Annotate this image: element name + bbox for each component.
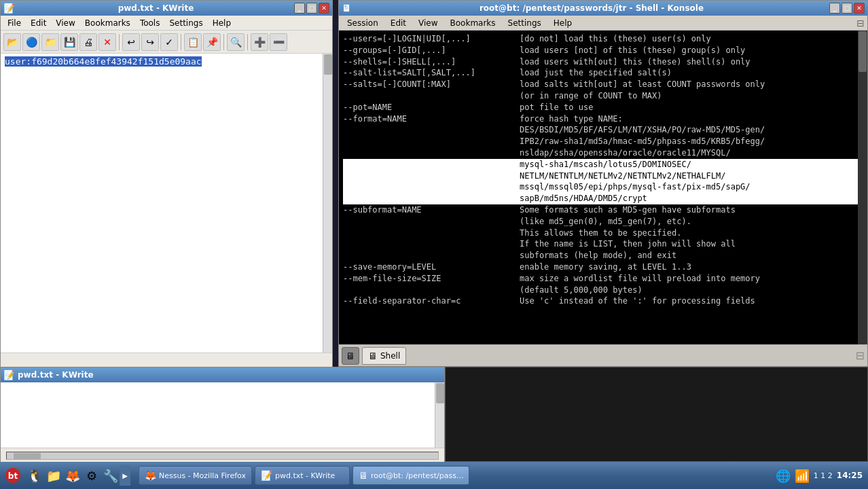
app-icon-firefox[interactable]: 🦊 xyxy=(64,467,82,484)
kwrite-hscroll[interactable] xyxy=(6,452,439,460)
konsole-vscroll-thumb[interactable] xyxy=(858,31,867,72)
clock: 14:25 xyxy=(837,471,863,480)
open-button[interactable]: 📂 xyxy=(3,33,21,51)
save-button[interactable]: 💾 xyxy=(60,33,78,51)
kwrite-menu-view[interactable]: View xyxy=(52,17,79,29)
konsole-title: root@bt: /pentest/passwords/jtr - Shell … xyxy=(354,3,829,13)
taskbar-arrow[interactable]: ▶ xyxy=(120,465,130,486)
kwrite-bottom-titlebar: 📝 pwd.txt - KWrite xyxy=(1,367,444,382)
kwrite-bottom-editor[interactable] xyxy=(1,382,444,448)
toolbar-separator-4 xyxy=(247,34,248,50)
close-doc-button[interactable]: ✕ xyxy=(98,33,116,51)
konsole-maximize-button[interactable]: □ xyxy=(842,3,852,14)
terminal-col2: sapB/md5ns/HDAA/DMD5/crypt xyxy=(520,194,647,203)
terminal-col2: (default 5,000,000 bytes) xyxy=(520,285,643,295)
shell-tab[interactable]: 🖥 Shell xyxy=(362,347,406,365)
task-konsole[interactable]: 🖥 root@bt: /pentest/pass... xyxy=(352,466,470,485)
app-icon-penguin[interactable]: 🐧 xyxy=(26,467,43,484)
konsole-menu-icon[interactable]: ⊟ xyxy=(856,18,865,29)
terminal-col2: This allows them to be specified. xyxy=(520,228,681,238)
terminal-col1: --salts=[-]COUNT[:MAX] xyxy=(343,79,520,90)
folder-button[interactable]: 📁 xyxy=(41,33,59,51)
redo-button[interactable]: ↪ xyxy=(141,33,159,51)
terminal-line: --salts=[-]COUNT[:MAX]load salts with[ou… xyxy=(343,79,863,90)
konsole-menu-settings[interactable]: Settings xyxy=(503,17,547,29)
konsole-close-button[interactable]: ✕ xyxy=(854,3,865,14)
terminal-col1: --users=[-]LOGIN|UID[,...] xyxy=(343,33,520,45)
konsole-menu-edit[interactable]: Edit xyxy=(385,17,412,29)
konsole-corner-icon[interactable]: ⊟ xyxy=(856,349,865,362)
terminal-col1: --subformat=NAME xyxy=(343,204,520,216)
shell-tab-icon: 🖥 xyxy=(368,350,378,361)
terminal-col1: --field-separator-char=c xyxy=(343,295,520,307)
terminal-col2: load users [not] of this (these) group(s… xyxy=(520,46,745,55)
terminal-line: nsldap/ssha/openssha/oracle/oracle11/MYS… xyxy=(343,147,863,159)
task-firefox[interactable]: 🦊 Nessus - Mozilla Firefox xyxy=(139,466,252,485)
terminal-col2: subformats (help mode), and exit xyxy=(520,251,676,260)
kwrite-menu-file[interactable]: File xyxy=(3,17,25,29)
kwrite-bottom: 📝 pwd.txt - KWrite xyxy=(0,367,445,462)
kwrite-maximize-button[interactable]: □ xyxy=(306,3,317,14)
task-kwrite[interactable]: 📝 pwd.txt - KWrite xyxy=(255,466,350,485)
terminal-col1: --pot=NAME xyxy=(343,102,520,113)
terminal-line: --format=NAMEforce hash type NAME: xyxy=(343,113,863,125)
add-button[interactable]: ➕ xyxy=(251,33,268,51)
kwrite-bottom-scroll-thumb[interactable] xyxy=(436,383,444,403)
terminal-line: sapB/md5ns/HDAA/DMD5/crypt xyxy=(343,193,863,204)
konsole-terminal[interactable]: --users=[-]LOGIN|UID[,...][do not] load … xyxy=(339,31,867,344)
kwrite-content[interactable]: user:f69d20b664e8fef43942f151d5e09aac xyxy=(1,54,332,352)
kwrite-hscroll-thumb[interactable] xyxy=(14,453,41,460)
app-icon-extra[interactable]: 🔧 xyxy=(102,467,120,484)
terminal-line: --field-separator-char=cUse 'c' instead … xyxy=(343,295,863,307)
terminal-line: If the name is LIST, then john will show… xyxy=(343,238,863,250)
print-button[interactable]: 🖨 xyxy=(79,33,97,51)
kwrite-menu-edit[interactable]: Edit xyxy=(26,17,50,29)
taskbar: bt 🐧 📁 🦊 ⚙️ 🔧 ▶ 🦊 Nessus - Mozilla Firef… xyxy=(0,462,868,489)
search-button[interactable]: 🔍 xyxy=(227,33,245,51)
kwrite-vscroll[interactable] xyxy=(323,54,332,352)
terminal-line: --shells=[-]SHELL[,...]load users with[o… xyxy=(343,56,863,68)
start-button[interactable]: bt xyxy=(3,465,23,486)
taskbar-apps: 🐧 📁 🦊 ⚙️ 🔧 xyxy=(26,467,120,484)
kwrite-menu-tools[interactable]: Tools xyxy=(136,17,164,29)
terminal-col2: IPB2/raw-sha1/md5a/hmac-md5/phpass-md5/K… xyxy=(520,137,765,146)
paste-button[interactable]: 📌 xyxy=(203,33,221,51)
remove-button[interactable]: ➖ xyxy=(270,33,287,51)
new-tab-button[interactable]: 🖥 xyxy=(342,347,359,365)
keyboard-layout-icon: 🌐 xyxy=(776,469,791,483)
kwrite-minimize-button[interactable]: _ xyxy=(294,3,305,14)
konsole-menu-view[interactable]: View xyxy=(413,17,443,29)
konsole-menubar: Session Edit View Bookmarks Settings Hel… xyxy=(339,16,867,31)
kwrite-menu-help[interactable]: Help xyxy=(209,17,235,29)
task-konsole-label: root@bt: /pentest/pass... xyxy=(371,471,464,480)
konsole-minimize-button[interactable]: _ xyxy=(829,3,840,14)
copy-button[interactable]: 📋 xyxy=(184,33,202,51)
terminal-col2: If the name is LIST, then john will show… xyxy=(520,239,736,249)
terminal-col2: mssql/mssql05/epi/phps/mysql-fast/pix-md… xyxy=(520,182,751,192)
kwrite-bottom-vscroll[interactable] xyxy=(435,382,444,448)
terminal-line: --groups=[-]GID[,...]load users [not] of… xyxy=(343,45,863,56)
konsole-menu-bookmarks[interactable]: Bookmarks xyxy=(445,17,501,29)
kwrite-editor[interactable]: user:f69d20b664e8fef43942f151d5e09aac xyxy=(1,54,323,352)
terminal-line: mysql-sha1/mscash/lotus5/DOMINOSEC/ xyxy=(343,159,863,170)
app-icon-files[interactable]: 📁 xyxy=(45,467,62,484)
kwrite-window: 📝 pwd.txt - KWrite _ □ ✕ File Edit View … xyxy=(0,0,333,367)
terminal-col1: --mem-file-size=SIZE xyxy=(343,273,520,285)
task-konsole-icon: 🖥 xyxy=(359,470,368,481)
svg-text:bt: bt xyxy=(8,471,18,481)
konsole-app-icon: 🖥 xyxy=(342,3,351,14)
terminal-col2: load users with[out] this (these) shell(… xyxy=(520,57,751,67)
konsole-vscroll[interactable] xyxy=(858,31,867,344)
kwrite-menu-settings[interactable]: Settings xyxy=(165,17,206,29)
kwrite-menu-bookmarks[interactable]: Bookmarks xyxy=(81,17,134,29)
konsole-menu-help[interactable]: Help xyxy=(548,17,577,29)
new-button[interactable]: 🔵 xyxy=(22,33,40,51)
konsole-window: 🖥 root@bt: /pentest/passwords/jtr - Shel… xyxy=(338,0,868,367)
kwrite-vscroll-thumb[interactable] xyxy=(324,54,332,75)
konsole-titlebar: 🖥 root@bt: /pentest/passwords/jtr - Shel… xyxy=(339,1,867,16)
konsole-menu-session[interactable]: Session xyxy=(342,17,384,29)
kwrite-close-button[interactable]: ✕ xyxy=(319,3,329,14)
check-button[interactable]: ✓ xyxy=(160,33,178,51)
app-icon-tools[interactable]: ⚙️ xyxy=(83,467,101,484)
undo-button[interactable]: ↩ xyxy=(122,33,140,51)
